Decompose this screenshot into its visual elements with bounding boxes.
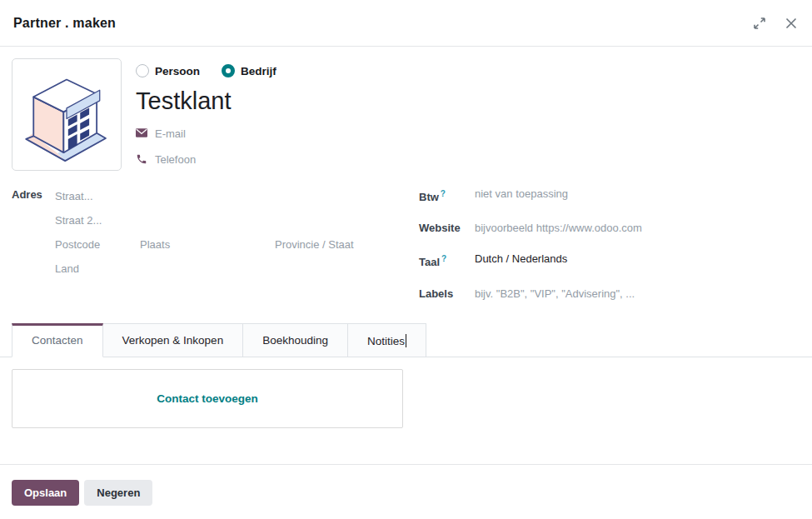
envelope-icon bbox=[136, 127, 147, 139]
building-illustration bbox=[20, 64, 113, 166]
dialog-body: Persoon Bedrijf Testklant E-mail bbox=[0, 47, 812, 428]
language-label: Taal? bbox=[419, 249, 475, 272]
radio-persoon[interactable]: Persoon bbox=[136, 64, 200, 77]
tab-notities[interactable]: Notities bbox=[348, 323, 427, 357]
create-partner-dialog: Partner . maken bbox=[0, 0, 812, 519]
tab-boekhouding[interactable]: Boekhouding bbox=[243, 323, 348, 357]
detail-fields: Btw? niet van toepassing Website bijvoor… bbox=[419, 184, 800, 315]
phone-placeholder: Telefoon bbox=[155, 153, 196, 166]
state-input[interactable]: Provincie / Staat bbox=[275, 238, 354, 251]
zip-input[interactable]: Postcode bbox=[55, 238, 140, 251]
dialog-header: Partner . maken bbox=[0, 0, 812, 47]
tags-input[interactable]: bijv. "B2B", "VIP", "Advisering", ... bbox=[475, 284, 635, 303]
vat-help-icon[interactable]: ? bbox=[441, 189, 446, 198]
dialog-title: Partner . maken bbox=[13, 16, 116, 31]
email-field[interactable]: E-mail bbox=[136, 126, 276, 141]
address-label: Adres bbox=[12, 184, 55, 315]
city-input[interactable]: Plaats bbox=[140, 238, 275, 251]
language-select[interactable]: Dutch / Nederlands bbox=[475, 249, 567, 272]
radio-bedrijf-label: Bedrijf bbox=[241, 65, 276, 77]
language-help-icon[interactable]: ? bbox=[441, 254, 446, 263]
add-contact-card[interactable]: Contact toevoegen bbox=[12, 369, 403, 428]
phone-icon bbox=[136, 153, 147, 165]
close-icon[interactable] bbox=[784, 16, 799, 31]
discard-button[interactable]: Negeren bbox=[84, 480, 152, 506]
website-input[interactable]: bijvoorbeeld https://www.odoo.com bbox=[475, 218, 642, 237]
street2-input[interactable]: Straat 2... bbox=[55, 208, 419, 232]
vat-label: Btw? bbox=[419, 184, 475, 207]
partner-name-input[interactable]: Testklant bbox=[136, 87, 276, 115]
radio-persoon-label: Persoon bbox=[155, 65, 200, 77]
vat-input[interactable]: niet van toepassing bbox=[475, 184, 568, 207]
radio-bedrijf-circle[interactable] bbox=[222, 64, 235, 77]
expand-icon[interactable] bbox=[752, 16, 767, 31]
website-label: Website bbox=[419, 218, 475, 237]
notebook-tabs: Contacten Verkopen & Inkopen Boekhouding… bbox=[0, 323, 812, 357]
dialog-footer: Opslaan Negeren bbox=[0, 464, 812, 519]
street-input[interactable]: Straat... bbox=[55, 184, 419, 208]
phone-field[interactable]: Telefoon bbox=[136, 152, 276, 167]
country-input[interactable]: Land bbox=[55, 257, 419, 281]
tab-verkopen-inkopen[interactable]: Verkopen & Inkopen bbox=[103, 323, 244, 357]
add-contact-button[interactable]: Contact toevoegen bbox=[157, 392, 258, 405]
text-caret bbox=[406, 334, 407, 347]
radio-persoon-circle[interactable] bbox=[136, 64, 149, 77]
company-type-radio-group: Persoon Bedrijf bbox=[136, 62, 276, 79]
company-avatar[interactable] bbox=[12, 58, 122, 171]
tags-label: Labels bbox=[419, 284, 475, 303]
tab-content-contacten: Contact toevoegen bbox=[12, 357, 800, 428]
radio-bedrijf[interactable]: Bedrijf bbox=[222, 64, 276, 77]
save-button[interactable]: Opslaan bbox=[12, 480, 79, 506]
address-group: Adres Straat... Straat 2... Postcode Pla… bbox=[12, 184, 419, 315]
tab-contacten[interactable]: Contacten bbox=[12, 323, 103, 357]
email-placeholder: E-mail bbox=[155, 127, 186, 140]
